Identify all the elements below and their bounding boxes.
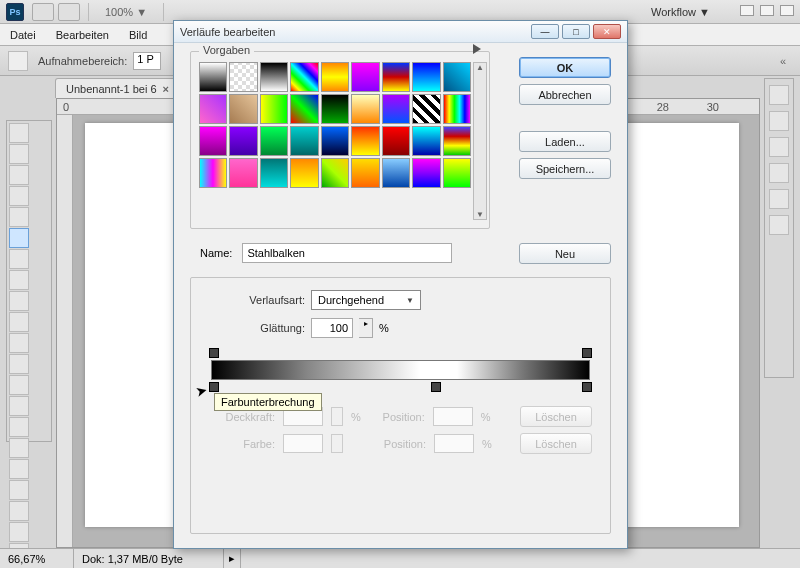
marquee-tool[interactable]	[9, 144, 29, 164]
dialog-titlebar[interactable]: Verläufe bearbeiten — □ ✕	[174, 21, 627, 43]
status-docinfo[interactable]: Dok: 1,37 MB/0 Byte	[74, 549, 224, 568]
eyedropper-tool[interactable]	[9, 228, 29, 248]
shape-tool[interactable]	[9, 480, 29, 500]
preset-swatch[interactable]	[321, 62, 349, 92]
presets-flyout-icon[interactable]	[473, 44, 481, 54]
dialog-close-button[interactable]: ✕	[593, 24, 621, 39]
cancel-button[interactable]: Abbrechen	[519, 84, 611, 105]
app-minimize-button[interactable]	[740, 5, 754, 16]
lasso-tool[interactable]	[9, 165, 29, 185]
heal-tool[interactable]	[9, 249, 29, 269]
blur-tool[interactable]	[9, 375, 29, 395]
load-button[interactable]: Laden...	[519, 131, 611, 152]
path-tool[interactable]	[9, 459, 29, 479]
preset-swatch[interactable]	[321, 158, 349, 188]
preset-swatch[interactable]	[443, 126, 471, 156]
smoothness-input[interactable]	[311, 318, 353, 338]
preset-swatch[interactable]	[382, 94, 410, 124]
menu-bearbeiten[interactable]: Bearbeiten	[46, 29, 119, 41]
preset-swatch[interactable]	[229, 158, 257, 188]
preset-swatch[interactable]	[351, 94, 379, 124]
preset-swatch[interactable]	[382, 62, 410, 92]
channels-panel-icon[interactable]	[769, 111, 789, 131]
history-brush-tool[interactable]	[9, 312, 29, 332]
app-maximize-button[interactable]	[760, 5, 774, 16]
sample-size-input[interactable]: 1 P	[133, 52, 161, 70]
eyedropper-icon[interactable]	[8, 51, 28, 71]
preset-swatch-grid[interactable]	[199, 62, 471, 220]
dialog-maximize-button[interactable]: □	[562, 24, 590, 39]
preset-swatch[interactable]	[199, 126, 227, 156]
new-button[interactable]: Neu	[519, 243, 611, 264]
zoom-level[interactable]: 100% ▼	[105, 6, 147, 18]
type-tool[interactable]	[9, 438, 29, 458]
preset-swatch[interactable]	[443, 62, 471, 92]
eraser-tool[interactable]	[9, 333, 29, 353]
workspace-switcher[interactable]: Workflow ▼	[651, 6, 710, 18]
status-flyout-icon[interactable]: ▸	[224, 549, 241, 568]
preset-swatch[interactable]	[382, 126, 410, 156]
preset-swatch[interactable]	[412, 94, 440, 124]
preset-swatch[interactable]	[321, 126, 349, 156]
stamp-tool[interactable]	[9, 291, 29, 311]
pen-tool[interactable]	[9, 417, 29, 437]
presets-scrollbar[interactable]	[473, 62, 487, 220]
gradient-preview[interactable]	[211, 360, 590, 380]
adjustments-panel-icon[interactable]	[769, 163, 789, 183]
preset-swatch[interactable]	[351, 126, 379, 156]
notes-tool[interactable]	[9, 501, 29, 521]
preset-swatch[interactable]	[260, 62, 288, 92]
preset-swatch[interactable]	[229, 94, 257, 124]
smoothness-stepper[interactable]: ▸	[359, 318, 373, 338]
gradient-type-dropdown[interactable]: Durchgehend	[311, 290, 421, 310]
ok-button[interactable]: OK	[519, 57, 611, 78]
menu-bild[interactable]: Bild	[119, 29, 157, 41]
preset-swatch[interactable]	[290, 62, 318, 92]
move-tool[interactable]	[9, 123, 29, 143]
history-panel-icon[interactable]	[769, 189, 789, 209]
preset-swatch[interactable]	[443, 158, 471, 188]
screen-mode-icon[interactable]	[58, 3, 80, 21]
preset-swatch[interactable]	[229, 126, 257, 156]
dodge-tool[interactable]	[9, 396, 29, 416]
menu-datei[interactable]: Datei	[0, 29, 46, 41]
gradient-bar[interactable]	[209, 346, 592, 392]
preset-swatch[interactable]	[229, 62, 257, 92]
color-stop-1[interactable]	[209, 382, 219, 392]
opacity-stop-right[interactable]	[582, 348, 592, 358]
app-close-button[interactable]	[780, 5, 794, 16]
preset-swatch[interactable]	[199, 62, 227, 92]
status-zoom[interactable]: 66,67%	[0, 549, 74, 568]
wand-tool[interactable]	[9, 186, 29, 206]
info-panel-icon[interactable]	[769, 215, 789, 235]
preset-swatch[interactable]	[290, 126, 318, 156]
document-tab[interactable]: Unbenannt-1 bei 6 ×	[55, 78, 180, 98]
preset-swatch[interactable]	[412, 158, 440, 188]
preset-swatch[interactable]	[199, 94, 227, 124]
gradient-tool[interactable]	[9, 354, 29, 374]
dialog-minimize-button[interactable]: —	[531, 24, 559, 39]
opacity-stop-left[interactable]	[209, 348, 219, 358]
preset-swatch[interactable]	[412, 126, 440, 156]
preset-swatch[interactable]	[412, 62, 440, 92]
brush-tool[interactable]	[9, 270, 29, 290]
preset-swatch[interactable]	[260, 158, 288, 188]
preset-swatch[interactable]	[382, 158, 410, 188]
preset-swatch[interactable]	[290, 158, 318, 188]
preset-swatch[interactable]	[199, 158, 227, 188]
paths-panel-icon[interactable]	[769, 137, 789, 157]
crop-tool[interactable]	[9, 207, 29, 227]
collapse-icon[interactable]: «	[780, 55, 792, 67]
hand-tool[interactable]	[9, 522, 29, 542]
bridge-icon[interactable]	[32, 3, 54, 21]
color-stop-2[interactable]	[431, 382, 441, 392]
layers-panel-icon[interactable]	[769, 85, 789, 105]
color-stop-3[interactable]	[582, 382, 592, 392]
preset-swatch[interactable]	[443, 94, 471, 124]
save-button[interactable]: Speichern...	[519, 158, 611, 179]
preset-swatch[interactable]	[290, 94, 318, 124]
preset-swatch[interactable]	[260, 94, 288, 124]
preset-swatch[interactable]	[351, 62, 379, 92]
preset-swatch[interactable]	[351, 158, 379, 188]
preset-swatch[interactable]	[321, 94, 349, 124]
